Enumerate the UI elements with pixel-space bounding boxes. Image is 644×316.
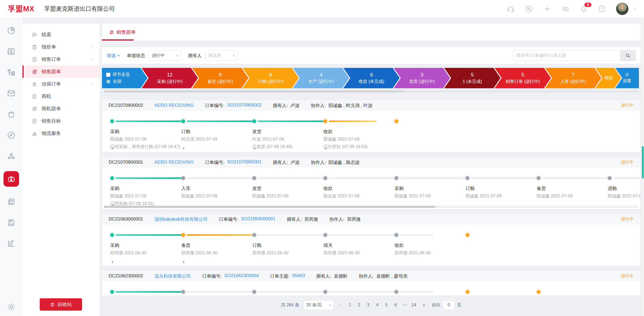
page-size-select[interactable]: 20 条/页 ▾ bbox=[303, 300, 333, 310]
timeline-node: 备货 阳诚鑫 2021-07-09 ▼ bbox=[537, 176, 608, 209]
flow-stage[interactable]: 4 生产 (进行中) bbox=[293, 68, 349, 88]
flow-stage[interactable]: 6 收款 (未完成) bbox=[343, 68, 400, 88]
window-scrollbar[interactable] bbox=[642, 18, 644, 316]
flow-stage-label: 收款 (未完成) bbox=[359, 78, 384, 85]
notifications-bell[interactable]: 9 bbox=[580, 5, 588, 13]
filter-label: 筛选 bbox=[107, 53, 116, 59]
page-number[interactable]: 5 bbox=[383, 301, 390, 309]
tab-active-underline bbox=[102, 39, 134, 41]
customer-link[interactable]: 深圳kdkdkdk科技有限公司 bbox=[154, 216, 208, 222]
collab-label: 协作人: bbox=[311, 159, 326, 166]
flow-stage[interactable]: 3 发货 (进行中) bbox=[394, 68, 450, 88]
flow-stage[interactable]: 7 入库 (进行中) bbox=[545, 68, 601, 88]
customer-link[interactable]: AERO RECEIVING bbox=[154, 103, 194, 108]
rail-item-documents[interactable] bbox=[3, 196, 19, 208]
trash-icon bbox=[50, 302, 55, 307]
sidebar-item-7[interactable]: 销售目标 bbox=[23, 115, 100, 127]
help-icon[interactable]: ? bbox=[598, 5, 606, 13]
order-no-link[interactable]: SO21063000001 bbox=[241, 216, 276, 222]
recycle-bin-button[interactable]: 回收站 bbox=[40, 298, 82, 311]
page-number[interactable]: 14 bbox=[410, 301, 418, 309]
next-page-button[interactable]: › bbox=[422, 302, 426, 308]
flow-multi-select-block[interactable]: 环节多选 全部 bbox=[102, 68, 148, 88]
rail-item-org-chart[interactable] bbox=[3, 67, 19, 78]
goto-page-input[interactable] bbox=[443, 300, 455, 310]
search-icon bbox=[625, 53, 631, 58]
sidebar-item-5[interactable]: 商机 bbox=[23, 90, 100, 102]
node-expander-icon[interactable]: ▼ bbox=[111, 260, 114, 264]
flow-stage[interactable]: 6 订舱 (进行中) bbox=[242, 68, 299, 88]
node-stage-name: 备货 bbox=[181, 242, 252, 249]
window-scrollbar-thumb[interactable] bbox=[642, 146, 644, 178]
phone-icon[interactable] bbox=[525, 5, 533, 13]
node-expander-icon[interactable]: ▼ bbox=[111, 146, 114, 150]
doc-status-select[interactable]: 进行中 ▾ bbox=[149, 50, 181, 61]
timeline-scrollbar-thumb[interactable] bbox=[104, 206, 435, 208]
stage-flow-bar: 环节多选 全部 12 采购 (进行中) 9 备货 (进行中) 6 订舱 (进行中… bbox=[102, 68, 641, 88]
page-number[interactable]: 1 bbox=[346, 301, 354, 309]
timeline-scrollbar[interactable] bbox=[104, 206, 639, 208]
sidebar-item-2[interactable]: 销售订单 bbox=[23, 53, 100, 65]
rail-item-chart-growth[interactable] bbox=[3, 238, 19, 249]
tab-sales-tracking[interactable]: 销售跟单 bbox=[102, 24, 136, 41]
flow-stage[interactable]: 12 采购 (进行中) bbox=[142, 68, 198, 88]
doc-list-icon bbox=[32, 94, 37, 99]
sidebar-item-1[interactable]: 报价单 bbox=[23, 41, 100, 53]
sidebar-item-6[interactable]: 商机跟单 bbox=[23, 102, 100, 115]
node-expander-icon[interactable]: ▼ bbox=[253, 146, 256, 150]
page-number[interactable]: 4 bbox=[374, 301, 381, 309]
order-no-link[interactable]: SO21062300004 bbox=[224, 273, 259, 279]
flow-stage[interactable]: 5 1 (未完成) bbox=[444, 68, 501, 88]
page-number[interactable]: 3 bbox=[365, 301, 372, 309]
rail-settings[interactable] bbox=[0, 303, 23, 311]
search-input[interactable] bbox=[513, 50, 620, 61]
flow-stage[interactable]: 5 销售订单 (进行中) bbox=[495, 68, 551, 88]
timeline-segment bbox=[542, 177, 608, 179]
customer-link[interactable]: 花火科技有限公司 bbox=[154, 273, 191, 279]
timeline-node-dot bbox=[323, 233, 327, 237]
sidebar-item-4[interactable]: 信保订单 bbox=[23, 78, 100, 90]
history-icon[interactable] bbox=[561, 5, 569, 13]
timeline-node: 订舱 时元强 2021-07-09 ▼ bbox=[181, 119, 252, 152]
rail-item-sales-briefcase[interactable] bbox=[3, 171, 19, 187]
rail-item-share-network[interactable] bbox=[3, 150, 19, 162]
customer-link[interactable]: AERO RECEIVING bbox=[154, 160, 194, 165]
page-number[interactable]: 2 bbox=[355, 301, 363, 309]
rail-item-shopping-bag[interactable] bbox=[3, 108, 19, 120]
rail-item-pie-chart[interactable] bbox=[3, 25, 19, 36]
rail-item-contacts[interactable] bbox=[3, 46, 19, 57]
create-new-icon[interactable] bbox=[543, 5, 551, 13]
multi-select-checkbox[interactable] bbox=[106, 73, 110, 77]
page-number[interactable]: 6 bbox=[392, 301, 399, 309]
node-expander-icon[interactable]: ▼ bbox=[182, 260, 185, 264]
filter-toggle[interactable]: 筛选 ▼ bbox=[107, 53, 120, 59]
support-headset-icon[interactable] bbox=[507, 5, 515, 13]
node-expander-icon[interactable]: ▼ bbox=[182, 146, 185, 150]
sidebar-item-3[interactable]: 销售跟单 bbox=[23, 65, 100, 78]
sidebar-item-8[interactable]: 物流服务 bbox=[23, 127, 100, 139]
timeline-node-dot bbox=[181, 176, 185, 180]
order-no-link[interactable]: SO21070900002 bbox=[227, 102, 262, 109]
flow-stage[interactable]: 9 备货 (进行中) bbox=[192, 68, 248, 88]
flow-stage-count: 3 bbox=[421, 71, 424, 78]
timeline-segment bbox=[258, 291, 323, 293]
rail-item-compass[interactable] bbox=[3, 129, 19, 141]
multi-select-row[interactable]: 环节多选 bbox=[106, 72, 130, 78]
search-button[interactable] bbox=[620, 50, 636, 61]
node-expander-icon[interactable]: ▼ bbox=[324, 146, 327, 150]
order-no-link[interactable]: SO21070900001 bbox=[227, 159, 262, 166]
flow-scrollbar[interactable] bbox=[104, 90, 639, 93]
owner-select[interactable]: 请选择 ▾ bbox=[205, 50, 238, 61]
node-person-date: 郑芮微 2021-06-30 bbox=[395, 250, 466, 256]
order-subject-link[interactable]: 95863 bbox=[292, 273, 305, 279]
rail-item-book[interactable] bbox=[3, 217, 19, 229]
rail-item-mail[interactable] bbox=[3, 87, 19, 99]
search-group bbox=[513, 50, 636, 61]
sidebar-item-0[interactable]: 线索 bbox=[23, 28, 100, 41]
user-avatar[interactable] bbox=[616, 3, 628, 15]
flow-scrollbar-thumb[interactable] bbox=[104, 90, 403, 93]
account-menu-chevron-icon[interactable] bbox=[633, 7, 637, 11]
prev-page-button[interactable]: ‹ bbox=[338, 302, 342, 308]
timeline-node-dot bbox=[395, 233, 398, 237]
all-stages-row[interactable]: 全部 bbox=[106, 79, 122, 84]
